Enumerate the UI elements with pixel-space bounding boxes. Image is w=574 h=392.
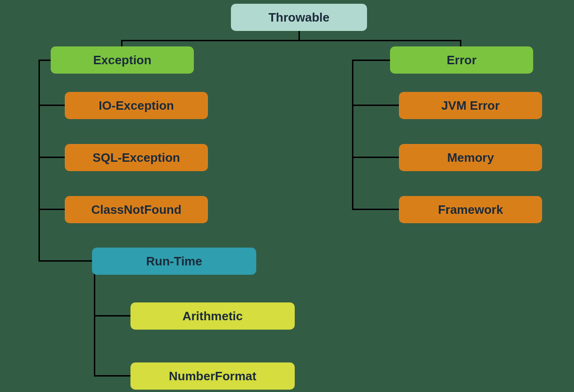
connector-error-top — [352, 60, 390, 61]
connector-runtime-vertical — [94, 260, 95, 376]
connector-throwable-horizontal — [121, 40, 461, 41]
node-memory: Memory — [399, 144, 542, 171]
node-io-exception: IO-Exception — [65, 92, 208, 119]
node-classnotfound-label: ClassNotFound — [91, 203, 181, 217]
connector-io-exception — [38, 105, 66, 106]
connector-sql-exception — [38, 157, 66, 158]
node-io-exception-label: IO-Exception — [99, 98, 174, 113]
node-sql-exception-label: SQL-Exception — [92, 151, 180, 165]
connector-runtime — [38, 260, 93, 262]
node-throwable-label: Throwable — [268, 10, 329, 25]
node-exception: Exception — [51, 46, 194, 74]
connector-exception-top — [38, 60, 51, 61]
node-arithmetic: Arithmetic — [130, 302, 295, 330]
connector-to-exception — [121, 40, 122, 47]
node-runtime: Run-Time — [92, 248, 256, 275]
node-throwable: Throwable — [231, 4, 367, 31]
node-sql-exception: SQL-Exception — [65, 144, 208, 171]
node-arithmetic-label: Arithmetic — [183, 309, 243, 324]
connector-to-error — [460, 40, 461, 47]
connector-classnotfound — [38, 209, 66, 210]
node-error-label: Error — [447, 53, 477, 68]
connector-framework — [352, 209, 400, 210]
node-framework-label: Framework — [438, 203, 503, 217]
node-numberformat-label: NumberFormat — [169, 369, 256, 384]
connector-error-vertical — [352, 60, 353, 210]
connector-jvm-error — [352, 105, 400, 106]
node-exception-label: Exception — [93, 53, 151, 68]
node-memory-label: Memory — [447, 151, 494, 165]
node-numberformat: NumberFormat — [130, 362, 295, 390]
node-runtime-label: Run-Time — [146, 254, 202, 269]
connector-exception-vertical — [38, 60, 40, 261]
node-jvm-error: JVM Error — [399, 92, 542, 119]
connector-numberformat — [94, 375, 131, 377]
connector-arithmetic — [94, 315, 131, 317]
node-framework: Framework — [399, 196, 542, 223]
node-classnotfound: ClassNotFound — [65, 196, 208, 223]
node-jvm-error-label: JVM Error — [441, 98, 499, 113]
node-error: Error — [390, 46, 533, 74]
connector-memory — [352, 157, 400, 158]
